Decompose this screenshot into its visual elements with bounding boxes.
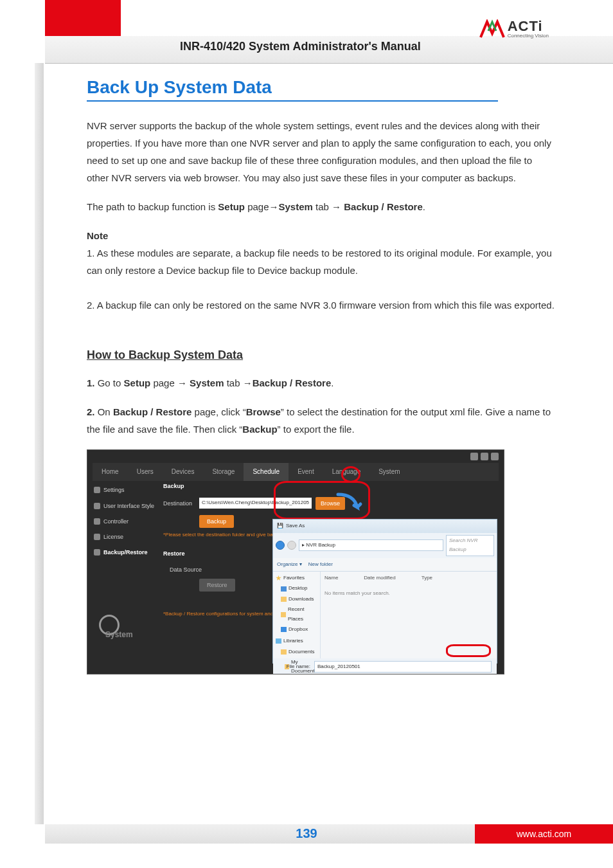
key-icon — [94, 534, 100, 540]
red-accent-bar — [45, 0, 121, 36]
library-icon — [276, 638, 281, 644]
folder-tree: Favorites Desktop Downloads Recent Place… — [273, 572, 321, 658]
tree-item[interactable]: Desktop — [276, 584, 317, 593]
logo-tagline: Connecting Vision — [508, 33, 549, 39]
save-as-dialog: 💾 Save As ▸ NVR Backup Search NVR Backup… — [272, 519, 497, 664]
tree-item[interactable]: Recent Places — [276, 605, 317, 624]
tab-home[interactable]: Home — [93, 463, 128, 481]
tab-system[interactable]: System — [369, 463, 409, 481]
filename-input[interactable]: Backup_20120501 — [314, 661, 492, 673]
folder-icon — [281, 649, 287, 655]
tab-users[interactable]: Users — [128, 463, 163, 481]
acti-logo-icon — [479, 19, 505, 39]
controller-icon — [94, 518, 100, 525]
sidebar-item-settings[interactable]: Settings — [93, 482, 160, 498]
tree-item[interactable]: Dropbox — [276, 625, 317, 634]
note-block: Note 1. As these modules are separate, a… — [87, 227, 555, 314]
sidebar: Settings User Interface Style Controller… — [93, 482, 160, 560]
tree-item[interactable]: Downloads — [276, 595, 317, 604]
page-number: 139 — [296, 826, 317, 841]
sidebar-item-license[interactable]: License — [93, 529, 160, 545]
destination-label: Destination — [163, 498, 195, 509]
address-bar[interactable]: ▸ NVR Backup — [299, 539, 443, 551]
backup-icon — [94, 549, 100, 556]
organize-menu[interactable]: Organize ▾ — [277, 560, 302, 569]
section-title: Back Up System Data — [87, 77, 555, 98]
filename-label: File name: — [278, 662, 310, 671]
main-tabs: Home Users Devices Storage Schedule Even… — [93, 463, 499, 481]
annotation-arrow-icon — [335, 491, 367, 517]
tab-devices[interactable]: Devices — [163, 463, 204, 481]
palette-icon — [94, 503, 100, 509]
top-icon[interactable] — [491, 453, 499, 460]
save-icon: 💾 — [277, 521, 283, 530]
annotation-circle — [446, 644, 491, 657]
folder-icon — [281, 627, 287, 632]
search-input[interactable]: Search NVR Backup — [446, 535, 494, 556]
star-icon — [276, 575, 281, 581]
backup-howto-heading: How to Backup System Data — [87, 345, 243, 365]
path-paragraph: The path to backup function is Setup pag… — [87, 198, 555, 215]
system-label: System — [105, 628, 133, 642]
col-type[interactable]: Type — [422, 574, 432, 583]
intro-paragraph: NVR server supports the backup of the wh… — [87, 117, 555, 186]
backup-button[interactable]: Backup — [199, 515, 234, 528]
sidebar-item-controller[interactable]: Controller — [93, 514, 160, 529]
restore-button[interactable]: Restore — [199, 579, 235, 592]
section-rule — [87, 100, 498, 102]
tab-storage[interactable]: Storage — [203, 463, 244, 481]
empty-message: No items match your search. — [324, 589, 493, 598]
tab-event[interactable]: Event — [289, 463, 323, 481]
top-icon[interactable] — [470, 453, 478, 460]
side-gradient — [35, 63, 44, 824]
step-1: 1. Go to Setup page → System tab →Backup… — [87, 374, 555, 392]
nav-back-button[interactable] — [276, 541, 285, 550]
gear-icon — [94, 487, 100, 493]
new-folder-button[interactable]: New folder — [308, 560, 333, 569]
dialog-title-bar: 💾 Save As — [273, 520, 497, 532]
col-name[interactable]: Name — [324, 574, 338, 583]
header-divider — [45, 63, 613, 64]
tree-favorites[interactable]: Favorites — [276, 574, 317, 583]
nvr-screenshot: Home Users Devices Storage Schedule Even… — [87, 449, 504, 674]
manual-title: INR-410/420 System Administrator's Manua… — [180, 40, 421, 53]
folder-icon — [281, 586, 287, 592]
folder-icon — [281, 597, 287, 602]
col-date[interactable]: Date modified — [364, 574, 395, 583]
tab-schedule[interactable]: Schedule — [244, 463, 289, 481]
tree-item[interactable]: Documents — [276, 647, 317, 656]
brand-logo: ACTi Connecting Vision — [479, 19, 549, 39]
logo-text: ACTi — [508, 19, 549, 33]
sidebar-item-backup-restore[interactable]: Backup/Restore — [93, 545, 160, 560]
footer-url: www.acti.com — [475, 824, 613, 844]
folder-icon — [281, 612, 286, 617]
tree-libraries[interactable]: Libraries — [276, 637, 317, 646]
nav-forward-button[interactable] — [287, 541, 296, 550]
sidebar-item-ui-style[interactable]: User Interface Style — [93, 498, 160, 514]
top-icon[interactable] — [481, 453, 488, 460]
step-2: 2. On Backup / Restore page, click “Brow… — [87, 403, 555, 438]
